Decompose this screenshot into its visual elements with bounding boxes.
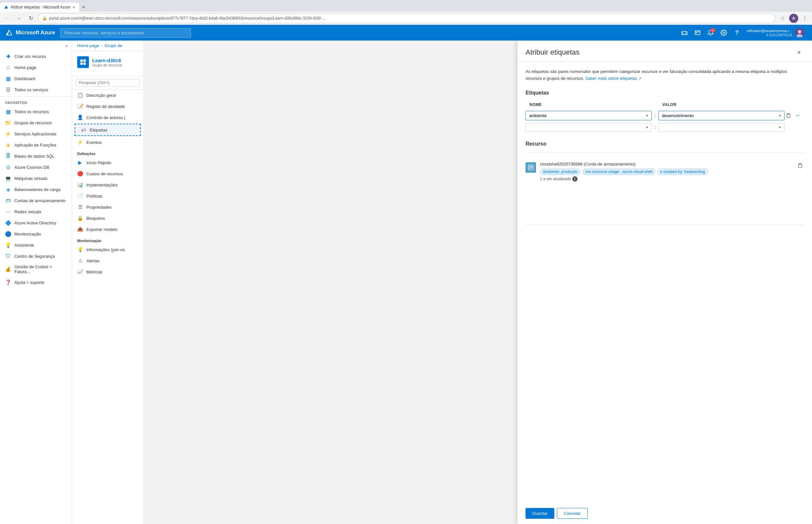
sidebar-item-contas-armazenamento[interactable]: 🗃 Contas de armazenamento: [0, 195, 72, 206]
col-value-header: VALOR: [658, 102, 784, 107]
panel-nav-alertas[interactable]: ⚠ Alertas: [72, 255, 144, 266]
etiquetas-icon: 🏷: [80, 127, 86, 133]
ajuda-suporte-icon: ❓: [5, 279, 11, 285]
sidebar-item-monitorizacao[interactable]: 🔵 Monitorização: [0, 228, 72, 240]
sidebar-item-servicos-aplicacionais[interactable]: ⚡ Serviços Aplicacionais: [0, 128, 72, 140]
main-area: Atribuir etiquetas × As etiquetas são pa…: [144, 40, 812, 524]
sidebar-item-todos-recursos[interactable]: ▦ Todos os recursos: [0, 106, 72, 117]
sidebar-item-label: Home page: [14, 65, 36, 70]
panel-nav-controlo-acesso[interactable]: 👤 Controlo de acesso (: [72, 112, 144, 123]
back-button[interactable]: ←: [3, 14, 12, 23]
tag-name-dropdown-2[interactable]: ▾: [526, 123, 652, 132]
reload-button[interactable]: ↻: [26, 14, 35, 23]
panel-nav-inicio-rapido[interactable]: ▶ Início Rápido: [72, 157, 144, 168]
sidebar-item-redes-virtuais[interactable]: ⋯ Redes virtuais: [0, 206, 72, 217]
panel-spacer: [526, 185, 804, 218]
browser-tab-active[interactable]: Atribuir etiquetas - Microsoft Azure ×: [0, 3, 79, 12]
tag-delete-button-1[interactable]: [784, 112, 792, 119]
sidebar-item-ajuda-suporte[interactable]: ❓ Ajuda + suporte: [0, 277, 72, 288]
panel-close-button[interactable]: ×: [794, 47, 804, 58]
user-avatar: [795, 28, 804, 37]
azure-app-name: Microsoft Azure: [16, 30, 55, 36]
url-bar[interactable]: 🔒 portal.azure.com/#@learn.docs.microsof…: [38, 13, 775, 23]
tab-close-button[interactable]: ×: [72, 4, 75, 10]
browser-toolbar: ← → ↻ 🔒 portal.azure.com/#@learn.docs.mi…: [0, 12, 812, 25]
browser-action-buttons: ☆ A ⋮: [778, 14, 809, 23]
tag-value-dropdown-1[interactable]: desenvolvimento ▾: [658, 111, 784, 120]
new-tab-button[interactable]: +: [79, 3, 88, 12]
informacoes-icon: 💡: [77, 247, 83, 252]
notification-button[interactable]: 1: [705, 27, 716, 38]
resource-panel-title-group: Learn-d30c6 Grupo de recursos: [92, 58, 122, 67]
panel-nav-bloqueios[interactable]: 🔒 Bloqueios: [72, 213, 144, 224]
cloud-shell-button[interactable]: [679, 27, 690, 38]
panel-nav-eventos[interactable]: ⚡ Eventos: [72, 137, 144, 148]
panel-nav-registo-atividade[interactable]: 📝 Registo de atividade: [72, 101, 144, 112]
sidebar-item-bases-dados-sql[interactable]: 🗄 Bases de dados SQL: [0, 150, 72, 162]
settings-button[interactable]: [718, 27, 730, 38]
breadcrumb-home[interactable]: Home page: [77, 43, 99, 48]
sidebar-item-assistente[interactable]: 💡 Assistente: [0, 240, 72, 250]
learn-more-link[interactable]: Saber mais sobre etiquetas ↗: [585, 76, 641, 81]
sidebar-item-label: Grupos de recursos: [14, 120, 52, 125]
forward-button[interactable]: →: [14, 14, 23, 23]
panel-nav-exportar-modelo[interactable]: 📤 Exportar modelo: [72, 224, 144, 235]
panel-nav-label: Informações (pré-vis: [86, 247, 125, 252]
panel-nav-descricao-geral[interactable]: 📋 Descrição geral: [72, 89, 144, 101]
svg-rect-15: [529, 166, 532, 166]
directory-button[interactable]: [692, 27, 703, 38]
tag-value-dropdown-2[interactable]: ▾: [658, 123, 784, 132]
sidebar-item-grupos-recursos[interactable]: 📁 Grupos de recursos: [0, 117, 72, 128]
sidebar-item-aplicacao-funcoes[interactable]: ◈ Aplicação de Funções: [0, 140, 72, 150]
panel-nav-label: Bloqueios: [86, 216, 105, 221]
resource-trash-icon: [798, 163, 803, 168]
todos-servicos-icon: ☰: [5, 87, 11, 93]
assign-tags-panel: Atribuir etiquetas × As etiquetas são pa…: [518, 40, 812, 524]
help-button[interactable]: ?: [731, 27, 743, 38]
azure-search-input[interactable]: [60, 28, 191, 38]
svg-rect-13: [83, 63, 86, 65]
sidebar-collapse-button[interactable]: «: [0, 40, 72, 51]
sidebar-item-dashboard[interactable]: ▦ Dashboard: [0, 73, 72, 84]
resource-panel-search[interactable]: [72, 76, 144, 89]
resource-panel-search-input[interactable]: [76, 79, 139, 87]
panel-nav-politicas[interactable]: 📄 Políticas: [72, 190, 144, 201]
servicos-aplicacionais-icon: ⚡: [5, 131, 11, 137]
panel-nav-metricas[interactable]: 📈 Métricas: [72, 266, 144, 277]
bookmark-button[interactable]: ☆: [778, 14, 787, 23]
azure-logo-icon: [5, 29, 13, 37]
sidebar-item-criar-recurso[interactable]: ✚ Criar um recurso: [0, 51, 72, 62]
sidebar-item-todos-servicos[interactable]: ☰ Todos os serviços: [0, 84, 72, 95]
cancel-button[interactable]: Cancelar: [557, 508, 588, 519]
sidebar-item-label: Máquinas virtuais: [14, 176, 47, 181]
breadcrumb-grupo[interactable]: Grupo de: [105, 43, 122, 48]
sidebar-item-azure-ad[interactable]: 🔷 Azure Active Directory: [0, 217, 72, 228]
sidebar-item-label: Dashboard: [14, 76, 35, 81]
sidebar: « ✚ Criar um recurso ⌂ Home page ▦ Dashb…: [0, 40, 72, 524]
tag-value-arrow-2: ▾: [779, 125, 781, 130]
save-button[interactable]: Guardar: [526, 508, 554, 519]
panel-nav-custos-recursos[interactable]: 🔴 Custos de recursos: [72, 168, 144, 179]
directory-icon: [694, 30, 701, 36]
sidebar-item-centro-seguranca[interactable]: 🛡 Centro de Segurança: [0, 250, 72, 262]
panel-nav-propriedades[interactable]: ☰ Propriedades: [72, 201, 144, 213]
sidebar-item-balanceadores[interactable]: ◈ Balanceadores de carga: [0, 184, 72, 195]
panel-nav-etiquetas[interactable]: 🏷 Etiquetas: [74, 124, 141, 136]
resource-delete-button[interactable]: [796, 162, 804, 171]
user-section[interactable]: utilizador@asuaempresa.c... A SUA EMPRES…: [744, 27, 807, 38]
svg-rect-4: [695, 31, 700, 35]
tag-name-dropdown-1[interactable]: ambiente ▾: [526, 111, 652, 120]
tag-more-button-1[interactable]: ···: [794, 112, 801, 119]
panel-nav-informacoes[interactable]: 💡 Informações (pré-vis: [72, 244, 144, 255]
panel-nav-label: Controlo de acesso (: [86, 115, 126, 120]
sidebar-item-label: Monitorização: [14, 232, 41, 236]
sidebar-item-azure-cosmos[interactable]: ⊙ Azure Cosmos DB: [0, 162, 72, 173]
sidebar-item-gestao-custos[interactable]: 💰 Gestão de Custos + Fatura...: [0, 262, 72, 277]
azure-header-icons: 1 ? utilizador@asuaempresa.c... A SUA EM…: [679, 27, 807, 38]
panel-nav-implementacoes[interactable]: 📊 Implementações: [72, 179, 144, 190]
menu-button[interactable]: ⋮: [800, 14, 809, 23]
sidebar-item-maquinas-virtuais[interactable]: 💻 Máquinas virtuais: [0, 173, 72, 184]
sidebar-item-home-page[interactable]: ⌂ Home page: [0, 62, 72, 73]
profile-button[interactable]: A: [789, 14, 798, 23]
azure-search-bar[interactable]: [60, 28, 191, 38]
